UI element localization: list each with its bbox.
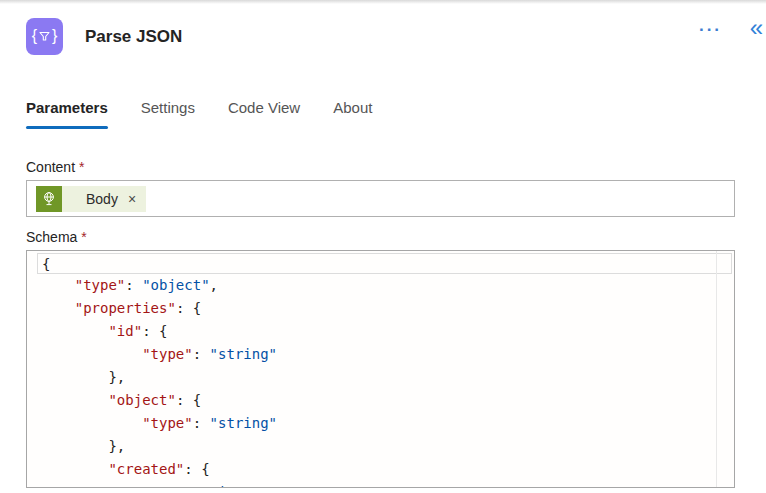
code-line: }, xyxy=(27,366,734,389)
content-label-text: Content xyxy=(26,159,75,175)
collapse-panel-button[interactable]: « xyxy=(750,14,763,42)
token-label: Body xyxy=(62,191,128,207)
required-asterisk: * xyxy=(79,159,84,175)
code-line: "type": "object", xyxy=(27,274,734,297)
more-options-button[interactable]: ··· xyxy=(699,20,722,40)
right-brace-glyph: } xyxy=(52,28,57,46)
action-header: { } Parse JSON ··· « xyxy=(0,4,766,55)
schema-code-editor[interactable]: { "type": "object", "properties": { "id"… xyxy=(26,250,735,488)
code-line: "created": { xyxy=(27,458,734,481)
code-line: "id": { xyxy=(27,320,734,343)
schema-label-text: Schema xyxy=(26,229,77,245)
code-line-current: { xyxy=(37,253,732,274)
tab-bar: ParametersSettingsCode ViewAbout xyxy=(0,99,766,129)
page-title: Parse JSON xyxy=(85,27,182,47)
parse-json-icon: { } xyxy=(26,18,63,55)
content-field: Content * Body × xyxy=(0,159,766,217)
tab-about[interactable]: About xyxy=(333,99,372,129)
required-asterisk: * xyxy=(81,229,86,245)
code-line: "properties": { xyxy=(27,297,734,320)
schema-field-label: Schema * xyxy=(26,229,735,245)
funnel-icon xyxy=(39,31,50,42)
tab-parameters[interactable]: Parameters xyxy=(26,99,108,129)
code-line: "type": "integer" xyxy=(27,481,734,488)
token-remove-button[interactable]: × xyxy=(128,192,146,206)
tab-code-view[interactable]: Code View xyxy=(228,99,300,129)
http-request-globe-icon xyxy=(36,186,62,212)
code-line: }, xyxy=(27,435,734,458)
code-line: "type": "string" xyxy=(27,412,734,435)
content-input[interactable]: Body × xyxy=(26,180,735,217)
body-token-pill[interactable]: Body × xyxy=(36,186,146,212)
code-line: "type": "string" xyxy=(27,343,734,366)
left-brace-glyph: { xyxy=(32,28,37,46)
schema-field: Schema * { "type": "object", "properties… xyxy=(0,229,766,488)
content-field-label: Content * xyxy=(26,159,735,175)
code-line: "object": { xyxy=(27,389,734,412)
tab-settings[interactable]: Settings xyxy=(141,99,195,129)
